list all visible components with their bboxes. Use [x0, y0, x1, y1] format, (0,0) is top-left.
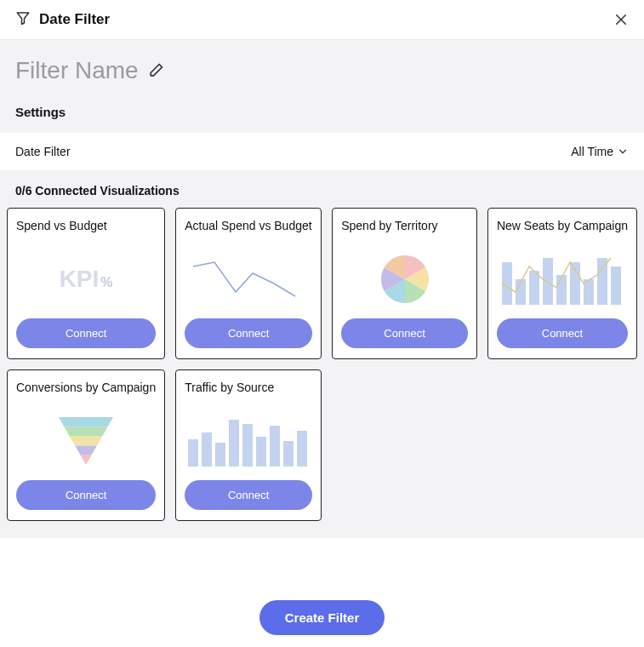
close-button[interactable]: [613, 12, 629, 27]
header-left: Date Filter: [15, 10, 110, 29]
line-chart-preview: [189, 249, 308, 309]
visualization-card: Traffic by Source Connect: [175, 369, 322, 521]
dialog-title: Date Filter: [39, 11, 110, 28]
svg-marker-0: [17, 13, 29, 25]
card-title: Actual Spend vs Budget: [185, 219, 312, 232]
date-filter-dropdown[interactable]: All Time: [571, 145, 629, 158]
svg-rect-23: [270, 426, 280, 467]
svg-rect-18: [202, 432, 212, 467]
edit-name-button[interactable]: [147, 62, 164, 79]
svg-rect-8: [570, 262, 580, 305]
visualization-card: New Seats by Campaign Connect: [487, 208, 637, 359]
svg-rect-11: [611, 266, 621, 305]
svg-rect-5: [529, 271, 539, 305]
filter-icon: [15, 10, 31, 29]
connect-button[interactable]: Connect: [185, 318, 312, 348]
connect-button[interactable]: Connect: [497, 318, 628, 348]
connected-section-header: 0/6 Connected Visualizations: [0, 170, 644, 208]
dialog-header: Date Filter: [0, 0, 644, 40]
filter-name-row: Filter Name: [15, 57, 629, 84]
card-title: New Seats by Campaign: [497, 219, 628, 232]
svg-rect-25: [297, 431, 307, 467]
svg-rect-19: [215, 443, 225, 467]
card-preview: [16, 401, 156, 480]
svg-marker-15: [75, 445, 97, 455]
svg-rect-24: [283, 441, 294, 467]
connect-button[interactable]: Connect: [185, 480, 312, 510]
svg-rect-6: [543, 258, 553, 305]
card-preview: [185, 401, 312, 480]
svg-marker-13: [64, 427, 107, 436]
close-icon: [613, 12, 629, 27]
date-filter-label: Date Filter: [15, 145, 71, 158]
card-preview: [341, 239, 468, 318]
svg-rect-21: [242, 424, 253, 467]
visualization-card: Conversions by Campaign Connect: [7, 369, 165, 521]
card-preview: [185, 239, 312, 318]
card-preview: KPI%: [16, 239, 156, 318]
card-title: Conversions by Campaign: [16, 381, 156, 394]
card-title: Spend by Territory: [341, 219, 468, 232]
visualization-grid: Spend vs Budget KPI% Connect Actual Spen…: [0, 208, 644, 538]
connect-button[interactable]: Connect: [341, 318, 468, 348]
dialog-footer: Create Filter: [0, 588, 644, 647]
visualization-card: Spend vs Budget KPI% Connect: [7, 208, 165, 359]
date-filter-row: Date Filter All Time: [0, 133, 644, 170]
svg-marker-16: [81, 455, 92, 464]
connect-button[interactable]: Connect: [16, 480, 156, 510]
create-filter-button[interactable]: Create Filter: [259, 600, 385, 635]
svg-rect-17: [188, 439, 198, 467]
funnel-chart-preview: [55, 414, 117, 468]
svg-rect-3: [502, 262, 512, 305]
svg-rect-20: [229, 420, 239, 467]
svg-marker-12: [59, 417, 113, 427]
connect-button[interactable]: Connect: [16, 318, 156, 348]
bar-chart-preview: [185, 411, 312, 471]
svg-marker-14: [70, 436, 102, 445]
kpi-preview: KPI%: [60, 266, 113, 293]
date-filter-value: All Time: [571, 145, 613, 158]
pie-chart-preview: [375, 249, 435, 309]
connected-count: 0/6 Connected Visualizations: [15, 184, 629, 198]
svg-rect-22: [256, 437, 266, 467]
bar-line-chart-preview: [499, 249, 626, 309]
settings-heading: Settings: [15, 105, 629, 119]
pencil-icon: [147, 62, 164, 79]
card-title: Traffic by Source: [185, 381, 312, 394]
visualization-card: Spend by Territory Connect: [332, 208, 477, 359]
filter-name-input[interactable]: Filter Name: [15, 57, 139, 84]
settings-area: Filter Name Settings: [0, 40, 644, 133]
card-preview: [497, 239, 628, 318]
card-title: Spend vs Budget: [16, 219, 156, 232]
visualization-card: Actual Spend vs Budget Connect: [175, 208, 322, 359]
chevron-down-icon: [617, 146, 629, 157]
